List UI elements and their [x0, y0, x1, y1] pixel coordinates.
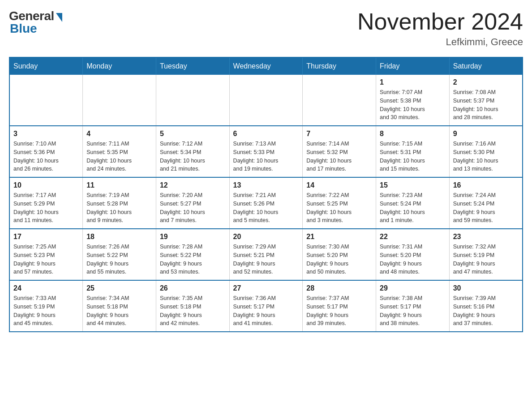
day-info: Sunrise: 7:10 AM Sunset: 5:36 PM Dayligh… — [13, 140, 79, 173]
day-info: Sunrise: 7:24 AM Sunset: 5:24 PM Dayligh… — [453, 191, 519, 225]
calendar-cell: 20Sunrise: 7:29 AM Sunset: 5:21 PM Dayli… — [229, 229, 303, 280]
month-title: November 2024 — [357, 9, 523, 34]
day-number: 27 — [233, 284, 299, 292]
day-number: 25 — [86, 284, 152, 292]
day-info: Sunrise: 7:29 AM Sunset: 5:21 PM Dayligh… — [233, 243, 299, 276]
day-number: 5 — [160, 130, 226, 138]
day-info: Sunrise: 7:16 AM Sunset: 5:30 PM Dayligh… — [453, 140, 519, 173]
calendar-cell: 2Sunrise: 7:08 AM Sunset: 5:37 PM Daylig… — [449, 75, 523, 126]
day-info: Sunrise: 7:36 AM Sunset: 5:17 PM Dayligh… — [233, 294, 299, 328]
calendar-week-row: 17Sunrise: 7:25 AM Sunset: 5:23 PM Dayli… — [9, 229, 523, 280]
day-info: Sunrise: 7:34 AM Sunset: 5:18 PM Dayligh… — [86, 294, 152, 328]
calendar-cell: 24Sunrise: 7:33 AM Sunset: 5:19 PM Dayli… — [9, 280, 83, 332]
day-of-week-header: Sunday — [9, 57, 83, 75]
day-number: 30 — [453, 284, 519, 292]
day-info: Sunrise: 7:37 AM Sunset: 5:17 PM Dayligh… — [306, 294, 372, 328]
day-number: 22 — [380, 233, 446, 241]
day-number: 21 — [306, 233, 372, 241]
calendar-cell: 18Sunrise: 7:26 AM Sunset: 5:22 PM Dayli… — [83, 229, 156, 280]
day-number: 2 — [453, 78, 519, 86]
day-number: 10 — [13, 181, 79, 189]
day-info: Sunrise: 7:11 AM Sunset: 5:35 PM Dayligh… — [86, 140, 152, 173]
day-number: 16 — [453, 181, 519, 189]
day-number: 3 — [13, 130, 79, 138]
day-info: Sunrise: 7:17 AM Sunset: 5:29 PM Dayligh… — [13, 191, 79, 225]
calendar-cell: 15Sunrise: 7:23 AM Sunset: 5:24 PM Dayli… — [376, 177, 450, 229]
day-info: Sunrise: 7:23 AM Sunset: 5:24 PM Dayligh… — [380, 191, 446, 225]
calendar-cell: 14Sunrise: 7:22 AM Sunset: 5:25 PM Dayli… — [303, 177, 376, 229]
calendar-cell: 11Sunrise: 7:19 AM Sunset: 5:28 PM Dayli… — [83, 177, 156, 229]
day-info: Sunrise: 7:07 AM Sunset: 5:38 PM Dayligh… — [380, 88, 446, 122]
calendar-cell: 23Sunrise: 7:32 AM Sunset: 5:19 PM Dayli… — [449, 229, 523, 280]
day-info: Sunrise: 7:38 AM Sunset: 5:17 PM Dayligh… — [380, 294, 446, 328]
title-section: November 2024 Lefkimmi, Greece — [357, 9, 523, 48]
day-number: 12 — [160, 181, 226, 189]
day-number: 19 — [160, 233, 226, 241]
calendar-cell — [83, 75, 156, 126]
calendar-cell — [156, 75, 229, 126]
day-number: 23 — [453, 233, 519, 241]
calendar-cell — [9, 75, 83, 126]
location-subtitle: Lefkimmi, Greece — [357, 36, 523, 48]
calendar-cell: 17Sunrise: 7:25 AM Sunset: 5:23 PM Dayli… — [9, 229, 83, 280]
logo: General Blue — [9, 9, 62, 36]
day-number: 28 — [306, 284, 372, 292]
day-info: Sunrise: 7:31 AM Sunset: 5:20 PM Dayligh… — [380, 243, 446, 276]
day-info: Sunrise: 7:14 AM Sunset: 5:32 PM Dayligh… — [306, 140, 372, 173]
page-header: General Blue November 2024 Lefkimmi, Gre… — [9, 9, 523, 48]
day-number: 14 — [306, 181, 372, 189]
calendar-cell: 29Sunrise: 7:38 AM Sunset: 5:17 PM Dayli… — [376, 280, 450, 332]
day-info: Sunrise: 7:33 AM Sunset: 5:19 PM Dayligh… — [13, 294, 79, 328]
day-number: 26 — [160, 284, 226, 292]
calendar-header-row: SundayMondayTuesdayWednesdayThursdayFrid… — [9, 57, 523, 75]
day-number: 18 — [86, 233, 152, 241]
calendar-cell: 7Sunrise: 7:14 AM Sunset: 5:32 PM Daylig… — [303, 126, 376, 177]
logo-blue-text: Blue — [10, 21, 37, 36]
calendar-cell: 4Sunrise: 7:11 AM Sunset: 5:35 PM Daylig… — [83, 126, 156, 177]
calendar-week-row: 1Sunrise: 7:07 AM Sunset: 5:38 PM Daylig… — [9, 75, 523, 126]
calendar-week-row: 24Sunrise: 7:33 AM Sunset: 5:19 PM Dayli… — [9, 280, 523, 332]
calendar-cell: 21Sunrise: 7:30 AM Sunset: 5:20 PM Dayli… — [303, 229, 376, 280]
day-info: Sunrise: 7:25 AM Sunset: 5:23 PM Dayligh… — [13, 243, 79, 276]
calendar-table: SundayMondayTuesdayWednesdayThursdayFrid… — [9, 57, 523, 332]
day-info: Sunrise: 7:26 AM Sunset: 5:22 PM Dayligh… — [86, 243, 152, 276]
calendar-cell: 5Sunrise: 7:12 AM Sunset: 5:34 PM Daylig… — [156, 126, 229, 177]
calendar-cell: 9Sunrise: 7:16 AM Sunset: 5:30 PM Daylig… — [449, 126, 523, 177]
day-of-week-header: Tuesday — [156, 57, 229, 75]
calendar-cell: 6Sunrise: 7:13 AM Sunset: 5:33 PM Daylig… — [229, 126, 303, 177]
day-info: Sunrise: 7:08 AM Sunset: 5:37 PM Dayligh… — [453, 88, 519, 122]
day-number: 6 — [233, 130, 299, 138]
day-number: 24 — [13, 284, 79, 292]
calendar-cell: 16Sunrise: 7:24 AM Sunset: 5:24 PM Dayli… — [449, 177, 523, 229]
day-info: Sunrise: 7:35 AM Sunset: 5:18 PM Dayligh… — [160, 294, 226, 328]
day-info: Sunrise: 7:32 AM Sunset: 5:19 PM Dayligh… — [453, 243, 519, 276]
calendar-cell: 27Sunrise: 7:36 AM Sunset: 5:17 PM Dayli… — [229, 280, 303, 332]
day-info: Sunrise: 7:12 AM Sunset: 5:34 PM Dayligh… — [160, 140, 226, 173]
day-info: Sunrise: 7:39 AM Sunset: 5:16 PM Dayligh… — [453, 294, 519, 328]
calendar-cell: 26Sunrise: 7:35 AM Sunset: 5:18 PM Dayli… — [156, 280, 229, 332]
day-info: Sunrise: 7:19 AM Sunset: 5:28 PM Dayligh… — [86, 191, 152, 225]
calendar-cell: 3Sunrise: 7:10 AM Sunset: 5:36 PM Daylig… — [9, 126, 83, 177]
day-number: 1 — [380, 78, 446, 86]
day-number: 20 — [233, 233, 299, 241]
day-of-week-header: Thursday — [303, 57, 376, 75]
calendar-cell: 10Sunrise: 7:17 AM Sunset: 5:29 PM Dayli… — [9, 177, 83, 229]
calendar-cell: 25Sunrise: 7:34 AM Sunset: 5:18 PM Dayli… — [83, 280, 156, 332]
day-number: 15 — [380, 181, 446, 189]
day-number: 11 — [86, 181, 152, 189]
day-of-week-header: Saturday — [449, 57, 523, 75]
day-info: Sunrise: 7:15 AM Sunset: 5:31 PM Dayligh… — [380, 140, 446, 173]
day-number: 7 — [306, 130, 372, 138]
day-number: 9 — [453, 130, 519, 138]
calendar-cell: 8Sunrise: 7:15 AM Sunset: 5:31 PM Daylig… — [376, 126, 450, 177]
day-of-week-header: Wednesday — [229, 57, 303, 75]
calendar-cell: 19Sunrise: 7:28 AM Sunset: 5:22 PM Dayli… — [156, 229, 229, 280]
calendar-week-row: 10Sunrise: 7:17 AM Sunset: 5:29 PM Dayli… — [9, 177, 523, 229]
day-number: 29 — [380, 284, 446, 292]
calendar-cell — [303, 75, 376, 126]
logo-arrow-icon — [56, 13, 62, 22]
calendar-cell: 1Sunrise: 7:07 AM Sunset: 5:38 PM Daylig… — [376, 75, 450, 126]
day-number: 13 — [233, 181, 299, 189]
day-info: Sunrise: 7:21 AM Sunset: 5:26 PM Dayligh… — [233, 191, 299, 225]
day-number: 4 — [86, 130, 152, 138]
